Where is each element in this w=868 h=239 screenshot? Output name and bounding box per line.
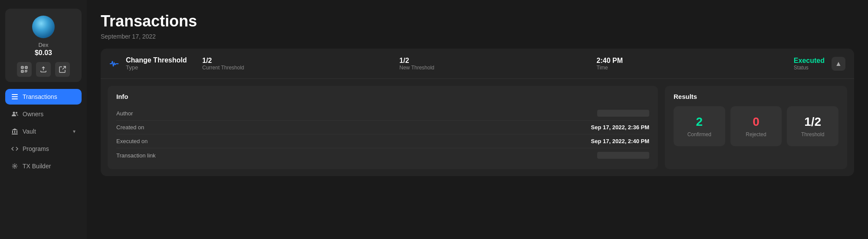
svg-rect-12 — [12, 98, 18, 99]
vault-label: Vault — [23, 128, 36, 135]
pulse-icon — [109, 59, 119, 69]
transaction-card: Change Threshold Type 1/2 Current Thresh… — [101, 49, 854, 176]
rejected-value: 0 — [753, 115, 760, 129]
programs-label: Programs — [23, 145, 49, 152]
svg-rect-11 — [12, 96, 18, 97]
page-date: September 17, 2022 — [101, 33, 854, 40]
bank-icon — [11, 128, 18, 135]
new-threshold-value: 1/2 — [399, 57, 589, 65]
svg-point-13 — [13, 112, 15, 114]
wallet-card: Dex $0.03 — [5, 9, 82, 82]
info-title: Info — [116, 93, 649, 100]
users-icon — [11, 111, 18, 118]
sidebar-item-owners[interactable]: Owners — [5, 106, 82, 122]
upload-icon[interactable] — [36, 62, 51, 77]
owners-label: Owners — [23, 111, 43, 118]
qr-icon[interactable] — [17, 62, 32, 77]
tx-link-value-placeholder — [597, 152, 649, 159]
sidebar-item-tx-builder[interactable]: TX Builder — [5, 158, 82, 174]
results-grid: 2 Confirmed 0 Rejected 1/2 Threshold — [674, 106, 838, 146]
executed-row: Executed on Sep 17, 2022, 2:40 PM — [116, 134, 649, 148]
transaction-body: Info Author Created on Sep 17, 2022, 2:3… — [101, 79, 854, 176]
time-value: 2:40 PM — [597, 57, 787, 65]
status-value: Executed — [794, 57, 825, 65]
info-panel: Info Author Created on Sep 17, 2022, 2:3… — [108, 86, 658, 169]
threshold-box: 1/2 Threshold — [787, 106, 838, 146]
code-icon — [11, 145, 18, 152]
wallet-action-icons — [17, 62, 70, 77]
svg-rect-3 — [22, 67, 23, 68]
wallet-name: Dex — [38, 42, 48, 48]
author-label: Author — [116, 110, 133, 117]
svg-rect-16 — [14, 131, 15, 133]
tx-builder-label: TX Builder — [23, 163, 51, 170]
svg-point-19 — [14, 165, 16, 167]
results-title: Results — [674, 93, 838, 100]
threshold-label: Threshold — [801, 131, 824, 138]
tx-link-row: Transaction link — [116, 148, 649, 162]
status-field: Executed Status — [794, 57, 825, 71]
current-threshold-field: 1/2 Current Threshold — [202, 57, 392, 71]
created-label: Created on — [116, 124, 144, 131]
settings-icon — [11, 163, 18, 170]
current-threshold-label: Current Threshold — [202, 65, 392, 71]
sidebar: Dex $0.03 — [0, 0, 87, 239]
confirmed-label: Confirmed — [687, 131, 711, 138]
results-panel: Results 2 Confirmed 0 Rejected 1/2 Thres… — [665, 86, 847, 169]
svg-rect-5 — [22, 71, 23, 72]
chevron-up-icon: ▲ — [835, 60, 842, 68]
list-icon — [11, 93, 18, 100]
rejected-label: Rejected — [746, 131, 766, 138]
collapse-button[interactable]: ▲ — [832, 57, 845, 71]
tx-type-sub: Type — [126, 64, 195, 71]
svg-rect-18 — [12, 134, 18, 134]
transaction-header: Change Threshold Type 1/2 Current Thresh… — [101, 49, 854, 79]
rejected-box: 0 Rejected — [730, 106, 782, 146]
tx-type-title: Change Threshold — [126, 56, 195, 64]
svg-point-14 — [16, 112, 17, 114]
executed-label: Executed on — [116, 138, 148, 144]
author-value-placeholder — [597, 110, 649, 117]
chevron-down-icon: ▾ — [73, 128, 76, 134]
status-label: Status — [794, 65, 809, 71]
threshold-value: 1/2 — [804, 115, 821, 129]
external-link-icon[interactable] — [55, 62, 70, 77]
new-threshold-label: New Threshold — [399, 65, 589, 71]
sidebar-item-programs[interactable]: Programs — [5, 141, 82, 157]
wallet-avatar — [32, 16, 55, 38]
confirmed-value: 2 — [696, 115, 703, 129]
svg-rect-17 — [16, 131, 17, 133]
created-value: Sep 17, 2022, 2:36 PM — [591, 124, 649, 131]
svg-rect-4 — [26, 67, 27, 68]
current-threshold-value: 1/2 — [202, 57, 392, 65]
time-field: 2:40 PM Time — [597, 57, 787, 71]
tx-type: Change Threshold Type — [126, 56, 195, 71]
created-row: Created on Sep 17, 2022, 2:36 PM — [116, 121, 649, 134]
time-label: Time — [597, 65, 787, 71]
svg-rect-15 — [12, 131, 13, 133]
sidebar-item-transactions[interactable]: Transactions — [5, 89, 82, 105]
executed-value: Sep 17, 2022, 2:40 PM — [591, 138, 649, 144]
page-title: Transactions — [101, 12, 854, 30]
confirmed-box: 2 Confirmed — [674, 106, 725, 146]
sidebar-item-vault[interactable]: Vault ▾ — [5, 124, 82, 139]
tx-link-label: Transaction link — [116, 152, 156, 159]
wallet-balance: $0.03 — [35, 49, 52, 57]
transactions-label: Transactions — [23, 93, 57, 100]
author-row: Author — [116, 106, 649, 121]
svg-rect-10 — [12, 94, 18, 95]
main-content: Transactions September 17, 2022 Change T… — [87, 0, 868, 239]
new-threshold-field: 1/2 New Threshold — [399, 57, 589, 71]
